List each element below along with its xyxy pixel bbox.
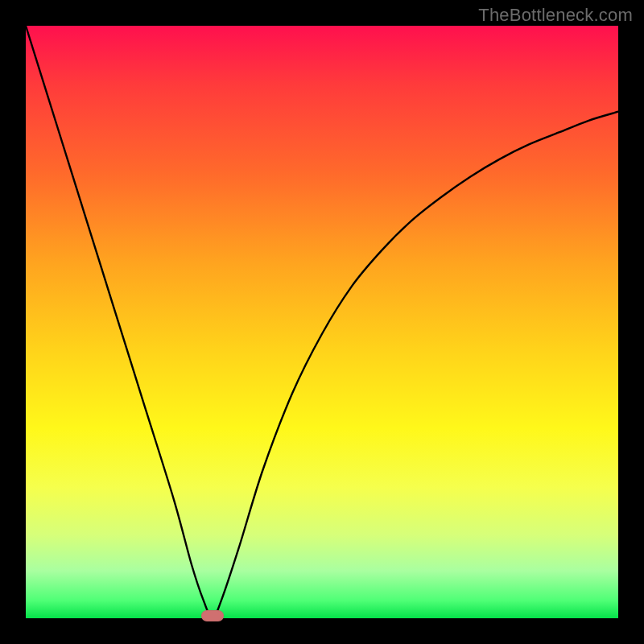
attribution-label: TheBottleneck.com (478, 5, 633, 26)
bottleneck-curve (26, 26, 618, 618)
plot-area (26, 26, 618, 618)
minimum-marker (201, 610, 224, 621)
chart-frame: TheBottleneck.com (0, 0, 644, 644)
